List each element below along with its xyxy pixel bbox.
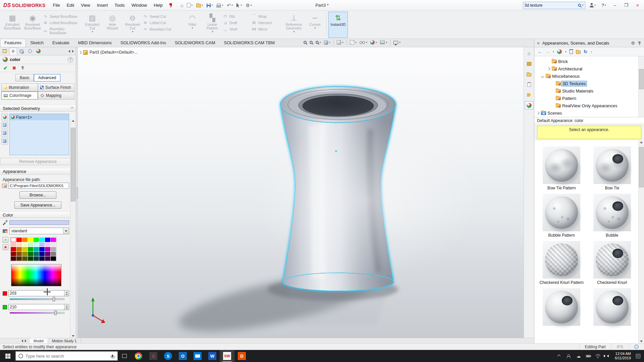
- color-preset-dropdown[interactable]: standard: [9, 228, 69, 234]
- taskbar-search-input[interactable]: [25, 354, 109, 359]
- appearances-scenes-tab[interactable]: [525, 101, 533, 109]
- thumbnail-sphere[interactable]: [593, 241, 631, 279]
- palette-color[interactable]: [51, 247, 56, 251]
- refresh-icon[interactable]: ↻: [584, 49, 587, 54]
- select-button[interactable]: ▾: [235, 2, 244, 9]
- expander-icon[interactable]: [546, 68, 550, 70]
- login-button[interactable]: ▾: [588, 2, 597, 8]
- linear-pattern-button[interactable]: ▚ Linear Pattern ▾: [203, 12, 222, 38]
- appearance-path-input[interactable]: [8, 183, 69, 189]
- save-appearance-button[interactable]: Save Appearance...: [14, 201, 61, 209]
- curves-button[interactable]: ∽ Curves ▾: [305, 12, 325, 38]
- lofted-cut-button[interactable]: ≋Lofted Cut: [143, 20, 182, 25]
- minimize-button[interactable]: –: [610, 3, 619, 8]
- featuremanager-tab[interactable]: [1, 48, 9, 55]
- panel-splitter[interactable]: [76, 47, 78, 338]
- green-slider-handle[interactable]: [54, 311, 57, 315]
- up-level-icon[interactable]: ↑: [590, 49, 593, 54]
- palette-color[interactable]: [51, 252, 56, 256]
- appearance-target-icon[interactable]: [557, 49, 562, 54]
- palette-color[interactable]: [45, 247, 50, 251]
- solidworks-app-taskbar-button[interactable]: S: [146, 350, 161, 362]
- palette-color[interactable]: [34, 247, 39, 251]
- solidworks-resources-tab[interactable]: ⌂: [525, 49, 533, 57]
- design-library-tab[interactable]: [525, 60, 533, 68]
- color-gradient-picker[interactable]: [11, 264, 61, 286]
- show-hidden-icons-button[interactable]: [556, 355, 562, 357]
- boundary-boss-button[interactable]: ≃Boundary Boss/Base: [43, 27, 82, 35]
- palette-color[interactable]: [51, 238, 56, 242]
- palette-color[interactable]: [16, 247, 22, 251]
- configurationmanager-tab[interactable]: [17, 48, 25, 55]
- new-document-button[interactable]: ▾: [185, 2, 194, 8]
- expander-icon[interactable]: [540, 75, 544, 77]
- draft-button[interactable]: ⊿Draft: [223, 20, 251, 25]
- menu-edit[interactable]: Edit: [63, 0, 77, 10]
- shell-button[interactable]: ◡Shell: [223, 27, 251, 31]
- thumbnail-sphere[interactable]: [593, 146, 631, 184]
- tree-item-scenes[interactable]: Scenes: [534, 109, 638, 117]
- revolved-cut-button[interactable]: ⊖ Revolved Cut ▾: [123, 12, 142, 38]
- palette-color[interactable]: [22, 252, 28, 256]
- intersect-button[interactable]: ⋒Intersect: [252, 20, 282, 25]
- pane-pin-button[interactable]: [638, 41, 641, 45]
- battery-button[interactable]: [586, 355, 591, 357]
- extruded-cut-button[interactable]: ▨ Extruded Cut ▾: [83, 12, 102, 38]
- start-button[interactable]: [0, 350, 15, 362]
- palette-color[interactable]: [11, 252, 16, 256]
- palette-color[interactable]: [16, 256, 22, 261]
- file-explorer-tab[interactable]: [525, 70, 533, 78]
- tree-item-miscellaneous[interactable]: Miscellaneous: [534, 72, 638, 80]
- palette-color[interactable]: [28, 247, 33, 251]
- appearance-thumbnail[interactable]: Checkered Knurl: [589, 241, 636, 285]
- red-slider-handle[interactable]: [53, 297, 55, 301]
- boundary-cut-button[interactable]: ≃Boundary Cut: [143, 27, 182, 31]
- target-caret-icon[interactable]: ▾: [565, 50, 567, 53]
- palette-color[interactable]: [11, 238, 16, 242]
- tree-scrollbar[interactable]: [638, 56, 644, 117]
- view-settings-button[interactable]: ▾: [393, 41, 400, 44]
- tab-evaluate[interactable]: Evaluate: [48, 39, 74, 47]
- thumbnails-scrollbar-thumb[interactable]: [639, 147, 644, 187]
- palette-color[interactable]: [39, 256, 45, 261]
- thumbnails-scrollbar[interactable]: [638, 140, 644, 343]
- history-caret-icon[interactable]: ▾: [553, 50, 554, 53]
- revolved-boss-button[interactable]: ◉ Revolved Boss/Base: [23, 12, 42, 38]
- print-button[interactable]: ▾: [215, 2, 225, 9]
- palette-color[interactable]: [28, 256, 33, 261]
- swept-boss-button[interactable]: ∿Swept Boss/Base: [43, 14, 82, 18]
- palette-color[interactable]: [11, 256, 16, 261]
- tab-sketch[interactable]: Sketch: [26, 39, 48, 47]
- menu-insert[interactable]: Insert: [94, 0, 111, 10]
- palette-color[interactable]: [22, 256, 28, 261]
- view-palette-tab[interactable]: [525, 80, 533, 88]
- tab-solidworks-cam[interactable]: SOLIDWORKS CAM: [170, 39, 220, 47]
- appearance-header[interactable]: Appearance: [0, 168, 76, 175]
- display-style-button[interactable]: ▾: [350, 40, 357, 45]
- extruded-boss-button[interactable]: ▦ Extruded Boss/Base: [3, 12, 22, 38]
- rib-button[interactable]: ⊓Rib: [223, 14, 251, 18]
- menu-help[interactable]: Help: [150, 0, 166, 10]
- selected-geometry-header[interactable]: Selected Geometry: [0, 105, 76, 112]
- red-stepper[interactable]: [64, 291, 69, 296]
- tab-solidworks-cam-tbm[interactable]: SOLIDWORKS CAM TBM: [220, 39, 279, 47]
- wrap-button[interactable]: ⌒Wrap: [252, 14, 282, 18]
- zoom-fit-button[interactable]: [304, 41, 307, 44]
- model-tab[interactable]: Model: [29, 338, 48, 343]
- thumbnail-sphere[interactable]: [593, 288, 631, 326]
- scroll-down-icon[interactable]: [72, 335, 74, 337]
- red-slider[interactable]: [10, 298, 64, 300]
- green-value-field[interactable]: [8, 304, 69, 310]
- tab-color-image[interactable]: Color/Image: [1, 92, 38, 100]
- advanced-mode-button[interactable]: Advanced: [34, 74, 60, 81]
- palette-color[interactable]: [28, 252, 33, 256]
- palette-color[interactable]: [22, 247, 28, 251]
- dimxpertmanager-tab[interactable]: [26, 48, 34, 55]
- draftsight-taskbar-button[interactable]: D: [234, 350, 249, 362]
- propertymanager-tab[interactable]: ⚙: [9, 48, 17, 55]
- volume-button[interactable]: [605, 355, 610, 357]
- back-button[interactable]: ←: [538, 49, 542, 54]
- tab-scroll-left-icon[interactable]: [68, 50, 70, 53]
- palette-color[interactable]: [22, 242, 28, 247]
- custom-properties-tab[interactable]: [525, 91, 533, 99]
